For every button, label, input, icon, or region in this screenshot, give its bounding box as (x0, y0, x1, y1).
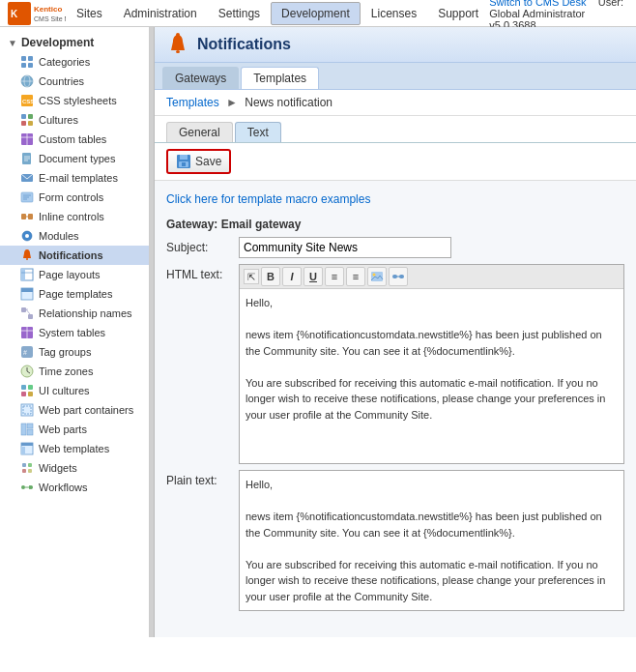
sidebar-item-inline-controls[interactable]: Inline controls (0, 207, 149, 226)
html-text-label: HTML text: (166, 264, 239, 281)
inline-controls-label: Inline controls (39, 211, 104, 222)
nav-support[interactable]: Support (427, 2, 489, 25)
tag-groups-icon: # (19, 344, 35, 360)
svg-rect-40 (21, 307, 26, 312)
svg-rect-54 (21, 392, 26, 396)
editor-content-area[interactable]: Hello, news item {%notificationcustomdat… (240, 289, 623, 463)
sidebar-item-cultures[interactable]: Cultures (0, 110, 149, 130)
email-templates-icon (19, 170, 35, 186)
macro-link[interactable]: Click here for template macro examples (166, 189, 624, 210)
form-controls-label: Form controls (39, 191, 103, 203)
sidebar-item-ui-cultures[interactable]: UI cultures (0, 381, 149, 400)
main-tabs: Gateways Templates (155, 63, 636, 90)
svg-point-73 (176, 33, 180, 37)
plain-text-area[interactable]: Hello, news item {%notificationcustomdat… (239, 470, 624, 611)
sidebar-item-modules[interactable]: Modules (0, 226, 149, 246)
countries-icon (19, 73, 35, 89)
svg-rect-72 (176, 50, 180, 53)
cultures-icon (19, 112, 35, 128)
top-bar: K Kentico CMS Site Manager Sites Adminis… (0, 0, 636, 27)
sub-tab-text[interactable]: Text (235, 122, 281, 142)
sidebar-item-system-tables[interactable]: System tables (0, 323, 149, 342)
inline-controls-icon (19, 209, 35, 224)
content-area: Notifications Gateways Templates Templat… (155, 27, 636, 637)
nav-sites[interactable]: Sites (66, 2, 113, 25)
svg-rect-59 (27, 424, 33, 428)
sidebar-item-css-stylesheets[interactable]: CSS CSS stylesheets (0, 91, 149, 110)
subject-input[interactable] (239, 237, 451, 258)
svg-rect-34 (26, 258, 28, 260)
time-zones-label: Time zones (39, 365, 93, 377)
sidebar-item-email-templates[interactable]: E-mail templates (0, 168, 149, 188)
nav-settings[interactable]: Settings (208, 2, 271, 25)
breadcrumb: Templates ► News notification (155, 90, 636, 116)
bold-btn[interactable]: B (261, 267, 280, 286)
custom-tables-icon (19, 131, 35, 147)
svg-rect-52 (21, 385, 26, 390)
sidebar: ▼ Development Categories Countries CSS C (0, 27, 150, 637)
breadcrumb-templates-link[interactable]: Templates (166, 96, 219, 109)
page-layouts-icon (19, 267, 35, 282)
italic-btn[interactable]: I (282, 267, 302, 286)
sidebar-item-widgets[interactable]: Widgets (0, 458, 149, 478)
svg-text:#: # (23, 349, 27, 356)
svg-rect-63 (21, 447, 25, 454)
form-content: Click here for template macro examples G… (155, 181, 636, 619)
sidebar-root-development[interactable]: ▼ Development (0, 33, 149, 52)
cultures-label: Cultures (39, 114, 78, 126)
sub-tab-general[interactable]: General (166, 122, 233, 142)
sidebar-item-countries[interactable]: Countries (0, 72, 149, 91)
image-btn[interactable] (367, 267, 387, 286)
sidebar-item-page-layouts[interactable]: Page layouts (0, 265, 149, 284)
sidebar-item-workflows[interactable]: Workflows (0, 478, 149, 497)
link-btn[interactable] (389, 267, 408, 286)
sidebar-item-document-types[interactable]: Document types (0, 149, 149, 168)
svg-line-43 (26, 309, 30, 314)
svg-rect-64 (22, 463, 26, 467)
nav-administration[interactable]: Administration (113, 2, 208, 25)
svg-rect-55 (28, 392, 33, 396)
editor-expand-btn[interactable]: ⇱ (244, 269, 259, 284)
toolbar: Save (155, 143, 636, 181)
notifications-label: Notifications (39, 249, 103, 261)
svg-rect-16 (28, 121, 33, 126)
nav-development[interactable]: Development (271, 2, 361, 25)
sidebar-item-custom-tables[interactable]: Custom tables (0, 130, 149, 149)
sidebar-item-web-part-containers[interactable]: Web part containers (0, 400, 149, 420)
ordered-list-btn[interactable]: ≡ (346, 267, 365, 286)
save-button[interactable]: Save (166, 149, 231, 174)
main-layout: ▼ Development Categories Countries CSS C (0, 27, 636, 637)
email-templates-label: E-mail templates (39, 172, 118, 184)
sidebar-item-categories[interactable]: Categories (0, 52, 149, 72)
subject-label: Subject: (166, 241, 239, 254)
sidebar-item-web-templates[interactable]: Web templates (0, 439, 149, 458)
save-icon (176, 154, 191, 169)
sidebar-item-relationship-names[interactable]: Relationship names (0, 304, 149, 323)
svg-rect-60 (27, 429, 33, 435)
sidebar-item-time-zones[interactable]: Time zones (0, 362, 149, 381)
breadcrumb-arrow: ► (226, 96, 238, 109)
svg-rect-6 (21, 63, 26, 68)
switch-link[interactable]: Switch to CMS Desk (489, 0, 586, 8)
breadcrumb-current: News notification (245, 96, 332, 109)
sidebar-item-form-controls[interactable]: Form controls (0, 188, 149, 207)
sidebar-item-web-parts[interactable]: Web parts (0, 420, 149, 439)
tab-gateways[interactable]: Gateways (162, 67, 239, 89)
svg-text:CMS Site Manager: CMS Site Manager (34, 15, 66, 23)
svg-rect-13 (21, 114, 26, 119)
page-title: Notifications (197, 36, 291, 53)
sidebar-item-tag-groups[interactable]: # Tag groups (0, 342, 149, 362)
svg-point-79 (373, 274, 376, 277)
time-zones-icon (19, 364, 35, 379)
sidebar-item-page-templates[interactable]: Page templates (0, 284, 149, 304)
tab-templates[interactable]: Templates (241, 67, 319, 89)
svg-rect-30 (28, 214, 33, 219)
svg-rect-4 (21, 56, 26, 61)
list-btn[interactable]: ≡ (325, 267, 344, 286)
sidebar-item-notifications[interactable]: Notifications (0, 246, 149, 265)
ui-cultures-icon (19, 383, 35, 398)
nav-licenses[interactable]: Licenses (361, 2, 427, 25)
svg-point-68 (21, 485, 25, 489)
svg-rect-41 (28, 314, 33, 319)
underline-btn[interactable]: U (304, 267, 323, 286)
